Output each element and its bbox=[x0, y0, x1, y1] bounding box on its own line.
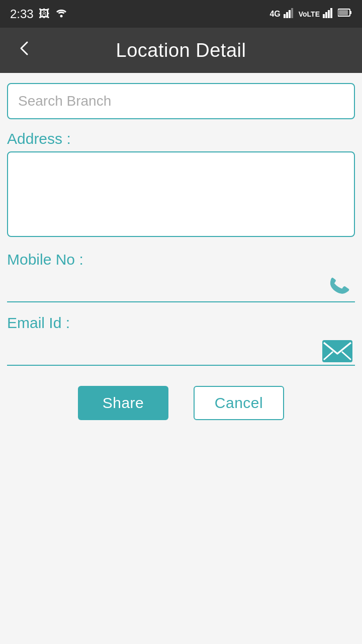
email-icon bbox=[322, 340, 353, 365]
nav-bar: Location Detail bbox=[0, 28, 362, 73]
status-wifi-icon bbox=[55, 7, 68, 21]
svg-rect-5 bbox=[323, 14, 325, 18]
search-branch-input[interactable] bbox=[8, 84, 354, 118]
signal-icon bbox=[284, 7, 296, 21]
page-title: Location Detail bbox=[116, 40, 246, 61]
cancel-button[interactable]: Cancel bbox=[194, 386, 284, 420]
address-label: Address : bbox=[7, 130, 355, 147]
svg-rect-1 bbox=[284, 14, 286, 18]
share-button[interactable]: Share bbox=[78, 386, 168, 420]
svg-rect-8 bbox=[330, 8, 332, 18]
svg-rect-2 bbox=[286, 12, 288, 18]
search-branch-container bbox=[7, 83, 355, 119]
main-content: Address : Mobile No : Email Id : bbox=[0, 73, 362, 644]
address-section: Address : bbox=[7, 130, 355, 251]
email-label: Email Id : bbox=[7, 314, 355, 332]
email-section: Email Id : bbox=[7, 314, 355, 366]
svg-rect-3 bbox=[289, 10, 291, 18]
status-icons: 4G VoLTE bbox=[269, 7, 352, 21]
buttons-row: Share Cancel bbox=[7, 386, 355, 420]
status-bar: 2:33 🖼 4G VoLTE bbox=[0, 0, 362, 28]
svg-rect-11 bbox=[339, 10, 348, 15]
volte-icon: VoLTE bbox=[299, 10, 320, 18]
svg-rect-6 bbox=[325, 12, 327, 18]
svg-point-0 bbox=[60, 15, 62, 17]
address-input[interactable] bbox=[7, 151, 355, 237]
mobile-field-row bbox=[7, 272, 355, 302]
signal2-icon bbox=[323, 7, 335, 21]
mobile-input[interactable] bbox=[7, 272, 355, 302]
email-field-row bbox=[7, 336, 355, 366]
svg-rect-4 bbox=[291, 8, 293, 18]
network-4g-icon: 4G bbox=[269, 10, 280, 19]
status-photo-icon: 🖼 bbox=[39, 8, 50, 21]
svg-rect-7 bbox=[328, 10, 330, 18]
back-button[interactable] bbox=[10, 34, 38, 67]
svg-rect-12 bbox=[322, 340, 352, 362]
email-input[interactable] bbox=[7, 336, 355, 366]
mobile-section: Mobile No : bbox=[7, 251, 355, 302]
mobile-label: Mobile No : bbox=[7, 251, 355, 268]
phone-icon bbox=[329, 274, 351, 300]
battery-icon bbox=[338, 8, 352, 20]
status-time: 2:33 bbox=[10, 7, 34, 21]
svg-rect-10 bbox=[350, 11, 351, 14]
